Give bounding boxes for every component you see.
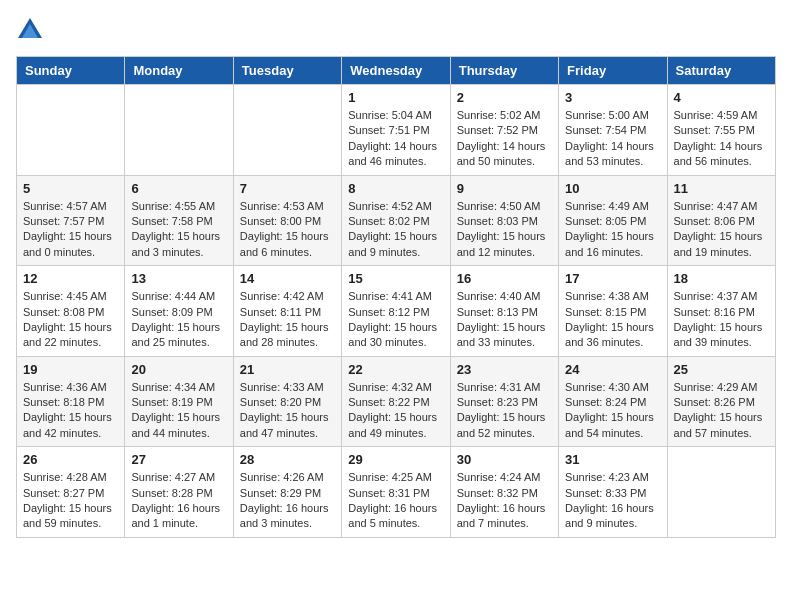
- day-info: Sunrise: 4:37 AMSunset: 8:16 PMDaylight:…: [674, 289, 769, 351]
- day-info: Sunrise: 4:45 AMSunset: 8:08 PMDaylight:…: [23, 289, 118, 351]
- day-number: 26: [23, 452, 118, 467]
- weekday-header: Wednesday: [342, 57, 450, 85]
- calendar-cell: 14Sunrise: 4:42 AMSunset: 8:11 PMDayligh…: [233, 266, 341, 357]
- day-number: 8: [348, 181, 443, 196]
- day-number: 19: [23, 362, 118, 377]
- day-number: 25: [674, 362, 769, 377]
- calendar-table: SundayMondayTuesdayWednesdayThursdayFrid…: [16, 56, 776, 538]
- day-info: Sunrise: 4:53 AMSunset: 8:00 PMDaylight:…: [240, 199, 335, 261]
- calendar-cell: 10Sunrise: 4:49 AMSunset: 8:05 PMDayligh…: [559, 175, 667, 266]
- calendar-cell: 5Sunrise: 4:57 AMSunset: 7:57 PMDaylight…: [17, 175, 125, 266]
- day-number: 4: [674, 90, 769, 105]
- day-info: Sunrise: 5:04 AMSunset: 7:51 PMDaylight:…: [348, 108, 443, 170]
- day-info: Sunrise: 4:25 AMSunset: 8:31 PMDaylight:…: [348, 470, 443, 532]
- calendar-cell: 1Sunrise: 5:04 AMSunset: 7:51 PMDaylight…: [342, 85, 450, 176]
- calendar-cell: 13Sunrise: 4:44 AMSunset: 8:09 PMDayligh…: [125, 266, 233, 357]
- day-number: 1: [348, 90, 443, 105]
- calendar-cell: 29Sunrise: 4:25 AMSunset: 8:31 PMDayligh…: [342, 447, 450, 538]
- calendar-cell: 16Sunrise: 4:40 AMSunset: 8:13 PMDayligh…: [450, 266, 558, 357]
- calendar-cell: 22Sunrise: 4:32 AMSunset: 8:22 PMDayligh…: [342, 356, 450, 447]
- calendar-week-row: 12Sunrise: 4:45 AMSunset: 8:08 PMDayligh…: [17, 266, 776, 357]
- day-number: 13: [131, 271, 226, 286]
- weekday-header: Sunday: [17, 57, 125, 85]
- calendar-cell: [125, 85, 233, 176]
- day-info: Sunrise: 4:31 AMSunset: 8:23 PMDaylight:…: [457, 380, 552, 442]
- calendar-cell: 18Sunrise: 4:37 AMSunset: 8:16 PMDayligh…: [667, 266, 775, 357]
- day-number: 27: [131, 452, 226, 467]
- calendar-week-row: 19Sunrise: 4:36 AMSunset: 8:18 PMDayligh…: [17, 356, 776, 447]
- day-number: 9: [457, 181, 552, 196]
- calendar-week-row: 1Sunrise: 5:04 AMSunset: 7:51 PMDaylight…: [17, 85, 776, 176]
- day-info: Sunrise: 4:42 AMSunset: 8:11 PMDaylight:…: [240, 289, 335, 351]
- calendar-cell: 25Sunrise: 4:29 AMSunset: 8:26 PMDayligh…: [667, 356, 775, 447]
- calendar-cell: 11Sunrise: 4:47 AMSunset: 8:06 PMDayligh…: [667, 175, 775, 266]
- calendar-week-row: 5Sunrise: 4:57 AMSunset: 7:57 PMDaylight…: [17, 175, 776, 266]
- calendar-cell: 26Sunrise: 4:28 AMSunset: 8:27 PMDayligh…: [17, 447, 125, 538]
- day-info: Sunrise: 4:38 AMSunset: 8:15 PMDaylight:…: [565, 289, 660, 351]
- day-number: 28: [240, 452, 335, 467]
- day-info: Sunrise: 4:40 AMSunset: 8:13 PMDaylight:…: [457, 289, 552, 351]
- day-number: 12: [23, 271, 118, 286]
- day-info: Sunrise: 4:24 AMSunset: 8:32 PMDaylight:…: [457, 470, 552, 532]
- logo: [16, 16, 48, 44]
- day-info: Sunrise: 4:44 AMSunset: 8:09 PMDaylight:…: [131, 289, 226, 351]
- day-info: Sunrise: 4:32 AMSunset: 8:22 PMDaylight:…: [348, 380, 443, 442]
- day-info: Sunrise: 4:52 AMSunset: 8:02 PMDaylight:…: [348, 199, 443, 261]
- day-info: Sunrise: 4:30 AMSunset: 8:24 PMDaylight:…: [565, 380, 660, 442]
- day-number: 31: [565, 452, 660, 467]
- weekday-header: Saturday: [667, 57, 775, 85]
- calendar-cell: 2Sunrise: 5:02 AMSunset: 7:52 PMDaylight…: [450, 85, 558, 176]
- day-info: Sunrise: 4:57 AMSunset: 7:57 PMDaylight:…: [23, 199, 118, 261]
- day-number: 23: [457, 362, 552, 377]
- day-info: Sunrise: 4:50 AMSunset: 8:03 PMDaylight:…: [457, 199, 552, 261]
- calendar-cell: 19Sunrise: 4:36 AMSunset: 8:18 PMDayligh…: [17, 356, 125, 447]
- page-header: [16, 16, 776, 44]
- day-number: 30: [457, 452, 552, 467]
- calendar-cell: 9Sunrise: 4:50 AMSunset: 8:03 PMDaylight…: [450, 175, 558, 266]
- day-info: Sunrise: 4:34 AMSunset: 8:19 PMDaylight:…: [131, 380, 226, 442]
- day-info: Sunrise: 4:41 AMSunset: 8:12 PMDaylight:…: [348, 289, 443, 351]
- day-number: 2: [457, 90, 552, 105]
- day-number: 18: [674, 271, 769, 286]
- day-info: Sunrise: 4:29 AMSunset: 8:26 PMDaylight:…: [674, 380, 769, 442]
- calendar-cell: 27Sunrise: 4:27 AMSunset: 8:28 PMDayligh…: [125, 447, 233, 538]
- day-number: 10: [565, 181, 660, 196]
- calendar-week-row: 26Sunrise: 4:28 AMSunset: 8:27 PMDayligh…: [17, 447, 776, 538]
- day-number: 21: [240, 362, 335, 377]
- day-info: Sunrise: 4:27 AMSunset: 8:28 PMDaylight:…: [131, 470, 226, 532]
- day-number: 14: [240, 271, 335, 286]
- day-number: 17: [565, 271, 660, 286]
- day-info: Sunrise: 4:33 AMSunset: 8:20 PMDaylight:…: [240, 380, 335, 442]
- day-number: 5: [23, 181, 118, 196]
- calendar-cell: [233, 85, 341, 176]
- day-info: Sunrise: 4:49 AMSunset: 8:05 PMDaylight:…: [565, 199, 660, 261]
- calendar-cell: 28Sunrise: 4:26 AMSunset: 8:29 PMDayligh…: [233, 447, 341, 538]
- calendar-cell: 12Sunrise: 4:45 AMSunset: 8:08 PMDayligh…: [17, 266, 125, 357]
- day-number: 7: [240, 181, 335, 196]
- day-info: Sunrise: 4:55 AMSunset: 7:58 PMDaylight:…: [131, 199, 226, 261]
- calendar-cell: 8Sunrise: 4:52 AMSunset: 8:02 PMDaylight…: [342, 175, 450, 266]
- day-number: 22: [348, 362, 443, 377]
- calendar-cell: 15Sunrise: 4:41 AMSunset: 8:12 PMDayligh…: [342, 266, 450, 357]
- calendar-cell: [667, 447, 775, 538]
- calendar-cell: 7Sunrise: 4:53 AMSunset: 8:00 PMDaylight…: [233, 175, 341, 266]
- logo-icon: [16, 16, 44, 44]
- day-number: 29: [348, 452, 443, 467]
- calendar-cell: 24Sunrise: 4:30 AMSunset: 8:24 PMDayligh…: [559, 356, 667, 447]
- day-info: Sunrise: 4:59 AMSunset: 7:55 PMDaylight:…: [674, 108, 769, 170]
- weekday-header: Tuesday: [233, 57, 341, 85]
- day-number: 15: [348, 271, 443, 286]
- day-info: Sunrise: 4:28 AMSunset: 8:27 PMDaylight:…: [23, 470, 118, 532]
- day-info: Sunrise: 4:26 AMSunset: 8:29 PMDaylight:…: [240, 470, 335, 532]
- day-info: Sunrise: 4:47 AMSunset: 8:06 PMDaylight:…: [674, 199, 769, 261]
- day-number: 3: [565, 90, 660, 105]
- day-number: 16: [457, 271, 552, 286]
- calendar-cell: 3Sunrise: 5:00 AMSunset: 7:54 PMDaylight…: [559, 85, 667, 176]
- day-info: Sunrise: 4:36 AMSunset: 8:18 PMDaylight:…: [23, 380, 118, 442]
- day-number: 6: [131, 181, 226, 196]
- calendar-header-row: SundayMondayTuesdayWednesdayThursdayFrid…: [17, 57, 776, 85]
- weekday-header: Friday: [559, 57, 667, 85]
- weekday-header: Monday: [125, 57, 233, 85]
- calendar-cell: 17Sunrise: 4:38 AMSunset: 8:15 PMDayligh…: [559, 266, 667, 357]
- day-number: 11: [674, 181, 769, 196]
